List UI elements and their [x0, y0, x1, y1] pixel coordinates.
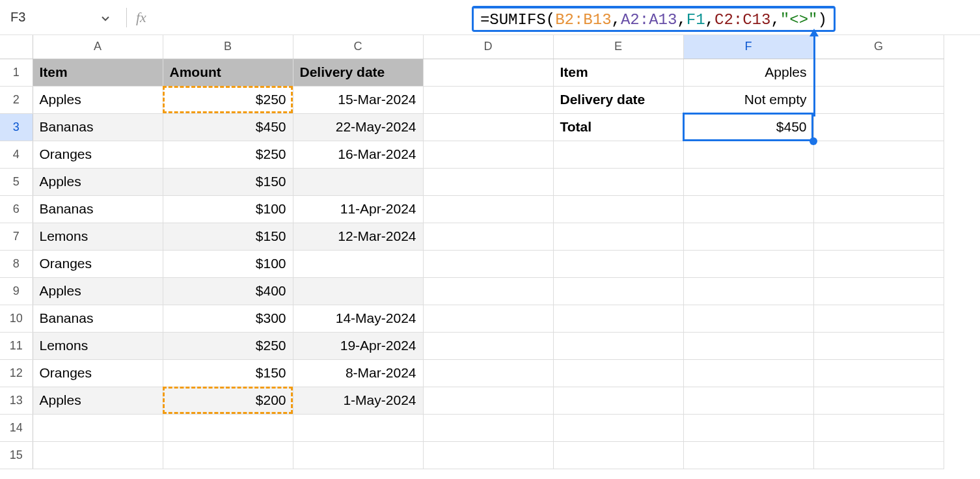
- cell-F11[interactable]: [683, 332, 813, 359]
- cell-E1[interactable]: Item: [553, 59, 683, 86]
- cell-A1[interactable]: Item: [33, 59, 163, 86]
- cell-D15[interactable]: [423, 441, 553, 469]
- row-header-6[interactable]: 6: [0, 195, 33, 223]
- cell-B3[interactable]: $450: [163, 113, 293, 141]
- cell-G11[interactable]: [813, 332, 944, 359]
- cell-F13[interactable]: [683, 387, 813, 414]
- cell-A7[interactable]: Lemons: [33, 223, 163, 250]
- cell-E14[interactable]: [553, 414, 683, 441]
- cell-F9[interactable]: [683, 277, 813, 305]
- cell-C1[interactable]: Delivery date: [293, 59, 423, 86]
- row-header-4[interactable]: 4: [0, 141, 33, 168]
- row-header-1[interactable]: 1: [0, 59, 33, 86]
- chevron-down-icon[interactable]: [102, 10, 109, 25]
- cell-E11[interactable]: [553, 332, 683, 359]
- cell-E4[interactable]: [553, 141, 683, 168]
- cell-B2[interactable]: $250: [163, 86, 293, 113]
- cell-B6[interactable]: $100: [163, 195, 293, 223]
- cell-C15[interactable]: [293, 441, 423, 469]
- col-header-F[interactable]: F: [683, 35, 813, 59]
- cell-D5[interactable]: [423, 168, 553, 195]
- cell-E5[interactable]: [553, 168, 683, 195]
- row-header-11[interactable]: 11: [0, 332, 33, 359]
- row-header-5[interactable]: 5: [0, 168, 33, 195]
- cell-F1[interactable]: Apples: [683, 59, 813, 86]
- cell-B15[interactable]: [163, 441, 293, 469]
- spreadsheet-grid[interactable]: A B C D E F G 1 Item Amount Delivery dat…: [0, 35, 980, 469]
- cell-F12[interactable]: [683, 359, 813, 387]
- col-header-A[interactable]: A: [33, 35, 163, 59]
- cell-D8[interactable]: [423, 250, 553, 277]
- cell-G12[interactable]: [813, 359, 944, 387]
- cell-C6[interactable]: 11-Apr-2024: [293, 195, 423, 223]
- cell-G6[interactable]: [813, 195, 944, 223]
- cell-E9[interactable]: [553, 277, 683, 305]
- cell-C2[interactable]: 15-Mar-2024: [293, 86, 423, 113]
- name-box[interactable]: F3: [0, 0, 117, 35]
- cell-D2[interactable]: [423, 86, 553, 113]
- cell-B10[interactable]: $300: [163, 305, 293, 332]
- selection-handle[interactable]: [810, 137, 817, 145]
- cell-B5[interactable]: $150: [163, 168, 293, 195]
- cell-A9[interactable]: Apples: [33, 277, 163, 305]
- cell-G1[interactable]: [813, 59, 944, 86]
- cell-G7[interactable]: [813, 223, 944, 250]
- cell-D3[interactable]: [423, 113, 553, 141]
- cell-A13[interactable]: Apples: [33, 387, 163, 414]
- cell-C7[interactable]: 12-Mar-2024: [293, 223, 423, 250]
- cell-F10[interactable]: [683, 305, 813, 332]
- cell-C5[interactable]: [293, 168, 423, 195]
- cell-E6[interactable]: [553, 195, 683, 223]
- cell-B1[interactable]: Amount: [163, 59, 293, 86]
- cell-A6[interactable]: Bananas: [33, 195, 163, 223]
- row-header-12[interactable]: 12: [0, 359, 33, 387]
- row-header-15[interactable]: 15: [0, 441, 33, 469]
- cell-C3[interactable]: 22-May-2024: [293, 113, 423, 141]
- cell-D7[interactable]: [423, 223, 553, 250]
- cell-G5[interactable]: [813, 168, 944, 195]
- cell-A5[interactable]: Apples: [33, 168, 163, 195]
- cell-E12[interactable]: [553, 359, 683, 387]
- cell-D10[interactable]: [423, 305, 553, 332]
- cell-B4[interactable]: $250: [163, 141, 293, 168]
- cell-E2[interactable]: Delivery date: [553, 86, 683, 113]
- cell-A10[interactable]: Bananas: [33, 305, 163, 332]
- cell-E8[interactable]: [553, 250, 683, 277]
- row-header-2[interactable]: 2: [0, 86, 33, 113]
- cell-C12[interactable]: 8-Mar-2024: [293, 359, 423, 387]
- cell-C11[interactable]: 19-Apr-2024: [293, 332, 423, 359]
- cell-C4[interactable]: 16-Mar-2024: [293, 141, 423, 168]
- cell-C10[interactable]: 14-May-2024: [293, 305, 423, 332]
- col-header-G[interactable]: G: [813, 35, 944, 59]
- cell-A3[interactable]: Bananas: [33, 113, 163, 141]
- cell-C9[interactable]: [293, 277, 423, 305]
- cell-D14[interactable]: [423, 414, 553, 441]
- row-header-3[interactable]: 3: [0, 113, 33, 141]
- cell-E15[interactable]: [553, 441, 683, 469]
- cell-A8[interactable]: Oranges: [33, 250, 163, 277]
- cell-E3[interactable]: Total: [553, 113, 683, 141]
- cell-E13[interactable]: [553, 387, 683, 414]
- cell-G4[interactable]: [813, 141, 944, 168]
- row-header-9[interactable]: 9: [0, 277, 33, 305]
- cell-F15[interactable]: [683, 441, 813, 469]
- cell-A11[interactable]: Lemons: [33, 332, 163, 359]
- cell-B13[interactable]: $200: [163, 387, 293, 414]
- cell-B8[interactable]: $100: [163, 250, 293, 277]
- cell-F14[interactable]: [683, 414, 813, 441]
- cell-D1[interactable]: [423, 59, 553, 86]
- col-header-D[interactable]: D: [423, 35, 553, 59]
- cell-C14[interactable]: [293, 414, 423, 441]
- cell-D6[interactable]: [423, 195, 553, 223]
- cell-A2[interactable]: Apples: [33, 86, 163, 113]
- cell-E7[interactable]: [553, 223, 683, 250]
- cell-G8[interactable]: [813, 250, 944, 277]
- cell-A4[interactable]: Oranges: [33, 141, 163, 168]
- cell-B12[interactable]: $150: [163, 359, 293, 387]
- col-header-E[interactable]: E: [553, 35, 683, 59]
- cell-G13[interactable]: [813, 387, 944, 414]
- cell-A14[interactable]: [33, 414, 163, 441]
- row-header-8[interactable]: 8: [0, 250, 33, 277]
- cell-G2[interactable]: [813, 86, 944, 113]
- col-header-C[interactable]: C: [293, 35, 423, 59]
